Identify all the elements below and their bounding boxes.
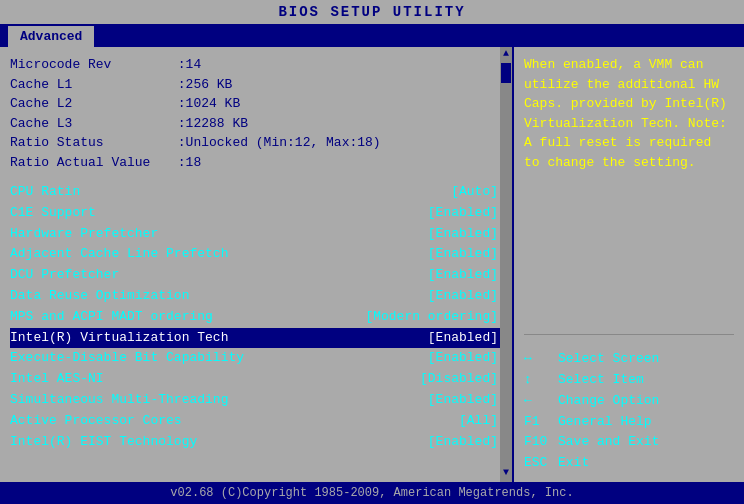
info-label-ratioactual: Ratio Actual Value [10,153,170,173]
right-panel: When enabled, a VMM can utilize the addi… [514,47,744,482]
scroll-down-icon[interactable]: ▼ [503,466,509,480]
info-value-cachel1: 256 KB [186,75,233,95]
footer-text: v02.68 (C)Copyright 1985-2009, American … [170,486,573,500]
info-sep-cachel3: : [170,114,186,134]
setting-dcu-prefetcher[interactable]: DCU Prefetcher [Enabled] [10,265,502,286]
info-value-ratiostatus: Unlocked (Min:12, Max:18) [186,133,381,153]
info-sep-microcode: : [170,55,186,75]
setting-active-cores[interactable]: Active Processor Cores [All] [10,411,502,432]
info-value-cachel3: 12288 KB [186,114,248,134]
key-sym-0: ↔ [524,349,552,370]
settings-list: CPU Ratin [Auto] C1E Support [Enabled] H… [10,182,502,474]
left-panel: Microcode Rev : 14 Cache L1 : 256 KB Cac… [0,47,514,482]
setting-c1e-support[interactable]: C1E Support [Enabled] [10,203,502,224]
divider [524,334,734,335]
info-value-microcode: 14 [186,55,202,75]
key-sym-1: ↕ [524,370,552,391]
setting-hw-prefetcher[interactable]: Hardware Prefetcher [Enabled] [10,224,502,245]
setting-data-reuse[interactable]: Data Reuse Optimization [Enabled] [10,286,502,307]
setting-mps-acpi[interactable]: MPS and ACPI MADT ordering [Modern order… [10,307,502,328]
info-value-ratioactual: 18 [186,153,202,173]
info-sep-cachel2: : [170,94,186,114]
info-label-cachel1: Cache L1 [10,75,170,95]
info-sep-ratioactual: : [170,153,186,173]
title-bar: BIOS SETUP UTILITY [0,0,744,24]
help-text: When enabled, a VMM can utilize the addi… [524,55,734,320]
key-desc-5: Exit [558,453,589,474]
info-row-cachel3: Cache L3 : 12288 KB [10,114,502,134]
info-label-cachel2: Cache L2 [10,94,170,114]
main-content: Microcode Rev : 14 Cache L1 : 256 KB Cac… [0,47,744,482]
setting-eist[interactable]: Intel(R) EIST Technology [Enabled] [10,432,502,453]
key-row-f1: F1 General Help [524,412,734,433]
setting-cpu-ratin[interactable]: CPU Ratin [Auto] [10,182,502,203]
key-desc-0: Select Screen [558,349,659,370]
key-desc-4: Save and Exit [558,432,659,453]
app-title: BIOS SETUP UTILITY [278,4,465,20]
tab-row: Advanced [0,24,744,47]
key-desc-3: General Help [558,412,652,433]
setting-virt-tech[interactable]: Intel(R) Virtualization Tech [Enabled] [10,328,502,349]
key-sym-3: F1 [524,412,552,433]
info-sep-ratiostatus: : [170,133,186,153]
footer: v02.68 (C)Copyright 1985-2009, American … [0,482,744,504]
info-row-cachel2: Cache L2 : 1024 KB [10,94,502,114]
key-help: ↔ Select Screen ↕ Select Item ← Change O… [524,349,734,474]
info-value-cachel2: 1024 KB [186,94,241,114]
key-row-f10: F10 Save and Exit [524,432,734,453]
key-row-select-screen: ↔ Select Screen [524,349,734,370]
info-row-cachel1: Cache L1 : 256 KB [10,75,502,95]
scroll-up-icon[interactable]: ▲ [503,47,509,61]
info-label-microcode: Microcode Rev [10,55,170,75]
info-row-ratioactual: Ratio Actual Value : 18 [10,153,502,173]
key-desc-2: Change Option [558,391,659,412]
tab-advanced[interactable]: Advanced [8,26,94,47]
scrollbar[interactable]: ▲ ▼ [500,47,512,482]
info-sep-cachel1: : [170,75,186,95]
setting-exec-disable[interactable]: Execute-Disable Bit Capability [Enabled] [10,348,502,369]
scroll-thumb[interactable] [501,63,511,83]
info-row-ratiostatus: Ratio Status : Unlocked (Min:12, Max:18) [10,133,502,153]
key-desc-1: Select Item [558,370,644,391]
key-sym-5: ESC [524,453,552,474]
sysinfo-section: Microcode Rev : 14 Cache L1 : 256 KB Cac… [10,55,502,172]
setting-adjacent-cache[interactable]: Adjacent Cache Line Prefetch [Enabled] [10,244,502,265]
key-row-esc: ESC Exit [524,453,734,474]
key-row-select-item: ↕ Select Item [524,370,734,391]
key-sym-4: F10 [524,432,552,453]
setting-hyperthreading[interactable]: Simultaneous Multi-Threading [Enabled] [10,390,502,411]
info-label-ratiostatus: Ratio Status [10,133,170,153]
setting-intel-aes[interactable]: Intel AES-NI [Disabled] [10,369,502,390]
info-row-microcode: Microcode Rev : 14 [10,55,502,75]
info-label-cachel3: Cache L3 [10,114,170,134]
key-sym-2: ← [524,391,552,412]
key-row-change-option: ← Change Option [524,391,734,412]
